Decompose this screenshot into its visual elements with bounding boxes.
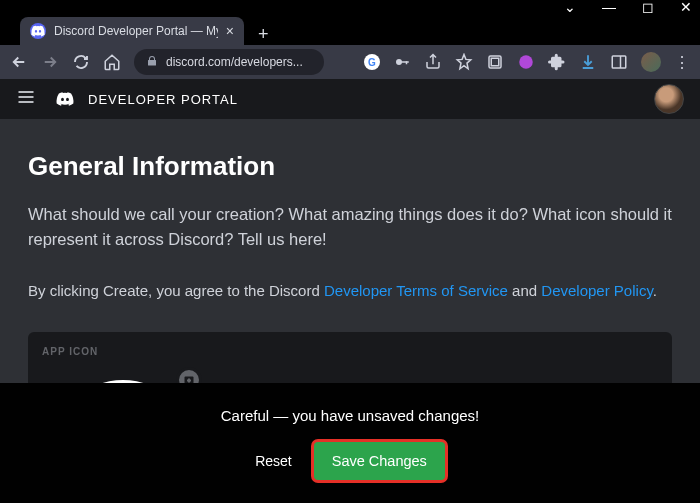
extensions-icon[interactable]	[548, 53, 566, 71]
tos-link[interactable]: Developer Terms of Service	[324, 282, 508, 299]
main-content: General Information What should we call …	[0, 119, 700, 412]
policy-link[interactable]: Developer Policy	[541, 282, 652, 299]
window-titlebar: ⌄ — ◻ ✕	[0, 0, 700, 17]
menu-icon[interactable]: ⋮	[674, 53, 690, 72]
reader-icon[interactable]	[486, 53, 504, 71]
url-text: discord.com/developers...	[166, 55, 303, 69]
discord-logo[interactable]: DEVELOPER PORTAL	[52, 89, 238, 109]
new-tab-button[interactable]: +	[244, 24, 283, 45]
window-close-icon[interactable]: ✕	[680, 0, 692, 12]
unsaved-message: Careful — you have unsaved changes!	[221, 407, 480, 424]
home-icon[interactable]	[103, 53, 121, 71]
opera-icon[interactable]	[517, 53, 535, 71]
download-icon[interactable]	[579, 53, 597, 71]
hamburger-icon[interactable]	[16, 87, 36, 111]
profile-avatar-icon[interactable]	[641, 52, 661, 72]
tab-close-icon[interactable]: ×	[226, 23, 234, 39]
url-bar[interactable]: discord.com/developers...	[134, 49, 324, 75]
unsaved-changes-bar: Careful — you have unsaved changes! Rese…	[0, 383, 700, 503]
page-subtitle: What should we call your creation? What …	[28, 202, 672, 252]
browser-tabstrip: Discord Developer Portal — My A × +	[0, 17, 700, 45]
brand-text: DEVELOPER PORTAL	[88, 92, 238, 107]
star-icon[interactable]	[455, 53, 473, 71]
browser-toolbar: discord.com/developers... G ⋮	[0, 45, 700, 79]
svg-point-5	[519, 55, 533, 69]
reset-button[interactable]: Reset	[255, 453, 292, 469]
svg-rect-4	[491, 58, 499, 66]
window-minimize-icon[interactable]: —	[602, 0, 616, 12]
google-icon[interactable]: G	[364, 54, 380, 70]
svg-rect-2	[406, 61, 408, 64]
lock-icon	[146, 53, 158, 71]
reload-icon[interactable]	[72, 53, 90, 71]
back-icon[interactable]	[10, 53, 28, 71]
browser-tab[interactable]: Discord Developer Portal — My A ×	[20, 17, 244, 45]
app-icon-label: APP ICON	[42, 346, 658, 357]
share-icon[interactable]	[424, 53, 442, 71]
page-title: General Information	[28, 151, 672, 182]
tos-text: By clicking Create, you agree to the Dis…	[28, 280, 672, 303]
svg-rect-6	[612, 56, 626, 68]
discord-favicon-icon	[30, 23, 46, 39]
app-header: DEVELOPER PORTAL	[0, 79, 700, 119]
save-changes-button[interactable]: Save Changes	[314, 442, 445, 480]
panel-icon[interactable]	[610, 53, 628, 71]
window-maximize-icon[interactable]: ◻	[642, 0, 654, 12]
key-icon[interactable]	[393, 53, 411, 71]
svg-rect-1	[401, 61, 409, 63]
user-avatar[interactable]	[654, 84, 684, 114]
svg-rect-13	[187, 380, 191, 382]
svg-point-0	[396, 59, 402, 65]
tab-title: Discord Developer Portal — My A	[54, 24, 218, 38]
forward-icon[interactable]	[41, 53, 59, 71]
window-dropdown-icon[interactable]: ⌄	[564, 0, 576, 12]
